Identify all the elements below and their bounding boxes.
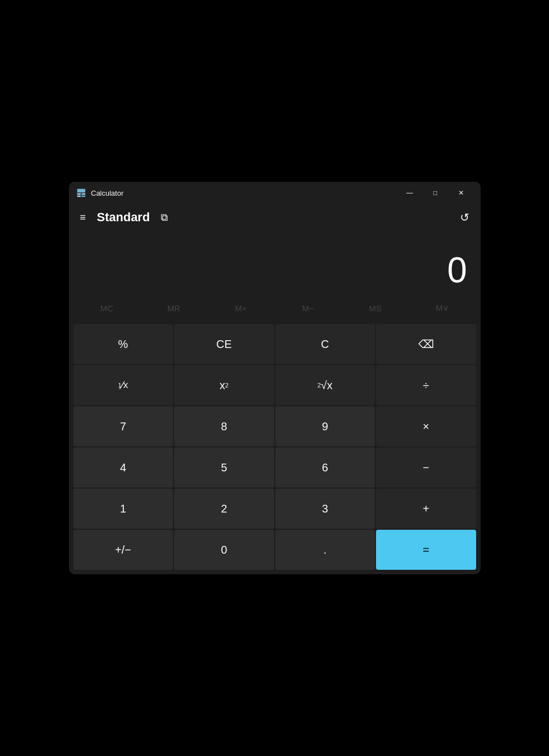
memory-store-button[interactable]: MS: [342, 297, 409, 319]
minimize-button[interactable]: —: [397, 184, 423, 202]
subtract-button[interactable]: −: [376, 447, 476, 488]
history-icon[interactable]: ↺: [458, 208, 472, 226]
svg-rect-4: [77, 196, 81, 197]
svg-rect-5: [82, 196, 85, 197]
display-value: 0: [82, 251, 467, 290]
window-controls: — □ ✕: [397, 184, 474, 202]
percent-button[interactable]: %: [73, 324, 174, 364]
svg-rect-2: [77, 193, 81, 195]
add-button[interactable]: +: [376, 489, 476, 529]
window-title: Calculator: [91, 189, 397, 197]
calc-mode-title: Standard: [97, 210, 150, 225]
one-button[interactable]: 1: [73, 489, 174, 529]
backspace-button[interactable]: ⌫: [376, 324, 476, 364]
app-icon: [76, 187, 87, 198]
title-bar: Calculator — □ ✕: [69, 182, 481, 204]
reciprocal-button[interactable]: 1⁄x: [73, 365, 174, 405]
divide-button[interactable]: ÷: [376, 365, 476, 405]
multiply-button[interactable]: ×: [376, 406, 476, 446]
clear-button[interactable]: C: [275, 324, 375, 364]
memory-row: MC MR M+ M− MS M∨: [69, 295, 481, 321]
svg-rect-1: [77, 189, 85, 192]
header-left: ≡ Standard ⧉: [78, 210, 171, 226]
buttons-grid: % CE C ⌫ 1⁄x x2 2√x ÷ 7 8 9 × 4 5 6 − 1 …: [69, 323, 481, 574]
calc-header: ≡ Standard ⧉ ↺: [69, 204, 481, 228]
display-area: 0: [69, 228, 481, 295]
four-button[interactable]: 4: [73, 447, 174, 488]
keep-on-top-icon[interactable]: ⧉: [159, 210, 170, 226]
seven-button[interactable]: 7: [73, 406, 174, 446]
two-button[interactable]: 2: [174, 489, 274, 529]
close-button[interactable]: ✕: [448, 184, 474, 202]
maximize-button[interactable]: □: [423, 184, 448, 202]
menu-icon[interactable]: ≡: [78, 210, 88, 226]
nine-button[interactable]: 9: [275, 406, 375, 446]
three-button[interactable]: 3: [275, 489, 375, 529]
square-button[interactable]: x2: [174, 365, 274, 405]
clear-entry-button[interactable]: CE: [174, 324, 274, 364]
memory-clear-button[interactable]: MC: [73, 297, 141, 319]
six-button[interactable]: 6: [275, 447, 375, 488]
calculator-window: Calculator — □ ✕ ≡ Standard ⧉ ↺ 0 MC MR …: [69, 182, 481, 574]
memory-plus-button[interactable]: M+: [207, 297, 275, 319]
sqrt-button[interactable]: 2√x: [275, 365, 375, 405]
zero-button[interactable]: 0: [174, 530, 274, 570]
svg-rect-3: [82, 193, 85, 195]
eight-button[interactable]: 8: [174, 406, 274, 446]
memory-view-button[interactable]: M∨: [409, 297, 476, 319]
negate-button[interactable]: +/−: [73, 530, 174, 570]
decimal-button[interactable]: .: [275, 530, 375, 570]
equals-button[interactable]: =: [376, 530, 476, 570]
memory-minus-button[interactable]: M−: [275, 297, 342, 319]
five-button[interactable]: 5: [174, 447, 274, 488]
memory-recall-button[interactable]: MR: [140, 297, 207, 319]
